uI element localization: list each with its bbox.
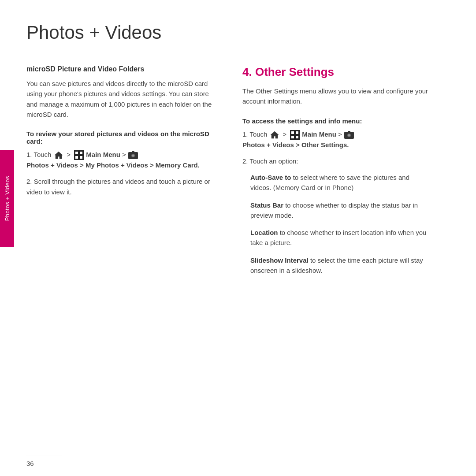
left-step-1-mainmenu: Main Menu > [86, 151, 128, 158]
home-icon-right [270, 130, 279, 139]
right-step-1-path: Photos + Videos > Other Settings. [242, 141, 349, 149]
chevron-right-1: > [283, 130, 286, 140]
svg-rect-19 [348, 131, 350, 132]
svg-rect-14 [291, 136, 294, 138]
option-location: Location to choose whether to insert loc… [250, 227, 432, 248]
chevron-1: > [67, 150, 71, 160]
svg-rect-2 [75, 152, 78, 154]
left-step-1-content: 1. Touch > [26, 149, 216, 170]
main-content: Photos + Videos microSD Picture and Vide… [26, 22, 476, 455]
right-step-1-content: 1. Touch > [242, 129, 432, 150]
right-step-1-prefix: 1. Touch [242, 130, 269, 138]
option-slideshow: Slideshow Interval to select the time ea… [250, 255, 432, 276]
options-list: Auto-Save to to select where to save the… [250, 172, 432, 275]
main-menu-icon-right [290, 130, 300, 140]
svg-rect-15 [296, 136, 298, 138]
review-subheading: To review your stored pictures and video… [26, 130, 216, 145]
section4-heading: 4. Other Settings [242, 65, 432, 79]
photos-icon [128, 151, 138, 160]
option-autosave: Auto-Save to to select where to save the… [250, 172, 432, 193]
intro-paragraph: You can save pictures and videos directl… [26, 78, 216, 119]
access-heading: To access the settings and info menu: [242, 117, 432, 125]
option-slideshow-term: Slideshow Interval [250, 257, 309, 264]
home-icon [54, 151, 63, 160]
left-column: microSD Picture and Video Folders You ca… [26, 65, 216, 455]
svg-marker-10 [271, 131, 279, 138]
page-number: 36 [26, 460, 476, 467]
left-step-1-prefix: 1. Touch [26, 151, 53, 158]
svg-rect-12 [291, 131, 294, 134]
option-statusbar: Status Bar to choose whether to display … [250, 200, 432, 221]
svg-rect-9 [132, 151, 134, 152]
option-location-term: Location [250, 229, 278, 236]
svg-point-8 [132, 155, 134, 157]
right-column: 4. Other Settings The Other Settings men… [242, 65, 432, 455]
svg-marker-0 [55, 152, 63, 159]
left-step-1-path: Photos + Videos > My Photos + Videos > M… [26, 161, 200, 169]
footer-area: 36 [26, 455, 476, 476]
columns-layout: microSD Picture and Video Folders You ca… [26, 65, 476, 455]
microsd-section-heading: microSD Picture and Video Folders [26, 65, 216, 73]
main-menu-icon [74, 150, 84, 160]
svg-point-18 [348, 134, 350, 136]
option-autosave-term: Auto-Save to [250, 174, 291, 181]
side-tab-label: Photos + Videos [4, 176, 11, 221]
option-statusbar-term: Status Bar [250, 201, 283, 209]
page-container: Photos + Videos Photos + Videos microSD … [0, 0, 476, 476]
svg-rect-13 [296, 131, 298, 134]
svg-rect-3 [80, 152, 82, 154]
right-step-2-content: 2. Touch an option: [242, 156, 432, 166]
footer-divider [26, 455, 62, 455]
right-step-1-mainmenu: Main Menu > [302, 130, 344, 138]
right-intro: The Other Settings menu allows you to vi… [242, 86, 432, 107]
right-step-2: 2. Touch an option: [242, 156, 432, 166]
page-title: Photos + Videos [26, 22, 476, 43]
left-step-1: 1. Touch > [26, 149, 216, 170]
svg-rect-5 [80, 156, 82, 159]
svg-rect-4 [75, 156, 78, 159]
right-step-1: 1. Touch > [242, 129, 432, 150]
left-step-2-content: 2. Scroll through the pictures and video… [26, 176, 216, 197]
photos-icon-right [344, 130, 354, 139]
left-step-2: 2. Scroll through the pictures and video… [26, 176, 216, 197]
side-tab: Photos + Videos [0, 150, 14, 247]
